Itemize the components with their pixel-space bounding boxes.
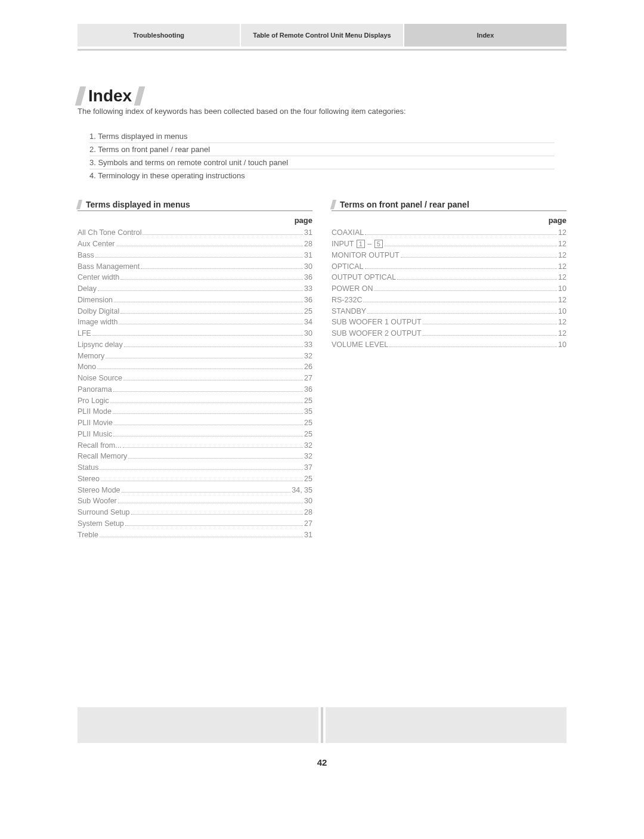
index-entry[interactable]: Delay33 [78, 283, 312, 295]
index-entry[interactable]: MONITOR OUTPUT12 [332, 250, 566, 261]
leader-dots [101, 481, 303, 481]
tab-remote-menu[interactable]: Table of Remote Control Unit Menu Displa… [241, 24, 403, 47]
index-entry[interactable]: PLII Mode35 [78, 406, 312, 417]
index-entry[interactable]: Lipsync delay33 [78, 339, 312, 351]
index-entry[interactable]: VOLUME LEVEL10 [332, 339, 566, 351]
index-entry[interactable]: Stereo Mode34, 35 [78, 485, 312, 496]
index-page: 28 [304, 239, 312, 250]
index-entry[interactable]: Memory32 [78, 351, 312, 362]
index-entry[interactable]: OUTPUT OPTICAL12 [332, 272, 566, 283]
index-entry[interactable]: All Ch Tone Control31 [78, 227, 312, 239]
section-title-menus: Terms displayed in menus [86, 200, 190, 209]
index-entry[interactable]: Panorama36 [78, 384, 312, 395]
index-entry[interactable]: Aux Center28 [78, 239, 312, 250]
leader-dots [120, 313, 303, 314]
index-term: INPUT 1 – 5 [332, 239, 383, 250]
title-decor-left [75, 86, 86, 106]
index-term: Dimension [78, 295, 113, 306]
leader-dots [367, 313, 557, 314]
leader-dots [122, 492, 291, 493]
leader-dots [113, 391, 303, 392]
index-entry[interactable]: OPTICAL12 [332, 261, 566, 273]
index-entry[interactable]: SUB WOOFER 2 OUTPUT12 [332, 328, 566, 339]
index-page: 25 [304, 429, 312, 440]
index-page: 10 [558, 339, 566, 351]
index-entry[interactable]: Image width34 [78, 317, 312, 328]
index-page: 32 [304, 351, 312, 362]
tab-troubleshooting[interactable]: Troubleshooting [78, 24, 240, 47]
index-entry[interactable]: Dimension36 [78, 295, 312, 306]
index-entry[interactable]: SUB WOOFER 1 OUTPUT12 [332, 317, 566, 328]
index-page: 25 [304, 395, 312, 407]
index-entry[interactable]: Pro Logic25 [78, 395, 312, 407]
title-decor-right [134, 86, 145, 106]
leader-dots [389, 346, 557, 347]
index-entry[interactable]: Bass31 [78, 250, 312, 261]
left-column: Terms displayed in menus page All Ch Ton… [78, 200, 312, 540]
index-page: 33 [304, 339, 312, 351]
index-page: 31 [304, 530, 312, 541]
index-term: COAXIAL [332, 227, 364, 239]
index-page: 30 [304, 328, 312, 339]
leader-dots [423, 324, 557, 324]
section-decor [76, 200, 82, 209]
index-entry[interactable]: POWER ON10 [332, 283, 566, 295]
index-entry[interactable]: PLII Movie25 [78, 417, 312, 429]
index-entry[interactable]: Status37 [78, 462, 312, 473]
index-entry[interactable]: COAXIAL12 [332, 227, 566, 239]
index-entry[interactable]: STANDBY10 [332, 306, 566, 317]
index-entry[interactable]: Bass Management30 [78, 261, 312, 273]
index-entry[interactable]: Surround Setup28 [78, 507, 312, 518]
index-entry[interactable]: PLII Music25 [78, 429, 312, 440]
index-entry[interactable]: Sub Woofer30 [78, 496, 312, 507]
index-term: OUTPUT OPTICAL [332, 272, 396, 283]
leader-dots [92, 335, 303, 336]
index-page: 27 [304, 373, 312, 384]
index-term: Aux Center [78, 239, 115, 250]
leader-dots [98, 290, 303, 291]
leader-dots [401, 257, 557, 258]
leader-dots [118, 503, 303, 503]
index-page: 35 [304, 406, 312, 417]
category-item: 3. Symbols and terms on remote control u… [89, 156, 555, 169]
index-entry[interactable]: Recall Memory32 [78, 451, 312, 462]
page-title: Index [88, 86, 132, 106]
index-entry[interactable]: Mono26 [78, 361, 312, 373]
index-page: 10 [558, 306, 566, 317]
index-entry[interactable]: Noise Source27 [78, 373, 312, 384]
index-term: Recall Memory [78, 451, 127, 462]
index-entry[interactable]: Stereo25 [78, 473, 312, 485]
index-page: 37 [304, 462, 312, 473]
index-page: 33 [304, 283, 312, 295]
index-term: OPTICAL [332, 261, 364, 273]
divider [78, 49, 566, 51]
index-term: RS-232C [332, 295, 362, 306]
index-entry[interactable]: LFE30 [78, 328, 312, 339]
leader-dots [123, 447, 303, 448]
leader-dots [113, 436, 303, 436]
index-term: MONITOR OUTPUT [332, 250, 400, 261]
leader-dots [365, 234, 557, 235]
leader-dots [141, 268, 303, 269]
section-decor [330, 200, 336, 209]
index-entry[interactable]: Center width36 [78, 272, 312, 283]
index-page: 36 [304, 295, 312, 306]
leader-dots [110, 403, 303, 403]
index-page: 30 [304, 261, 312, 273]
leader-dots [119, 324, 303, 324]
footer-block [78, 707, 318, 743]
index-term: PLII Mode [78, 406, 112, 417]
leader-dots [131, 514, 304, 515]
index-page: 30 [304, 496, 312, 507]
index-term: Sub Woofer [78, 496, 117, 507]
index-entry[interactable]: Treble31 [78, 530, 312, 541]
page-header-label: page [78, 216, 312, 225]
leader-dots [100, 537, 303, 537]
index-entry[interactable]: INPUT 1 – 512 [332, 239, 566, 250]
index-entry[interactable]: Recall from...32 [78, 440, 312, 451]
index-entry[interactable]: System Setup27 [78, 518, 312, 530]
index-page: 27 [304, 518, 312, 530]
tab-index[interactable]: Index [404, 24, 566, 47]
index-entry[interactable]: RS-232C12 [332, 295, 566, 306]
index-entry[interactable]: Dolby Digital25 [78, 306, 312, 317]
